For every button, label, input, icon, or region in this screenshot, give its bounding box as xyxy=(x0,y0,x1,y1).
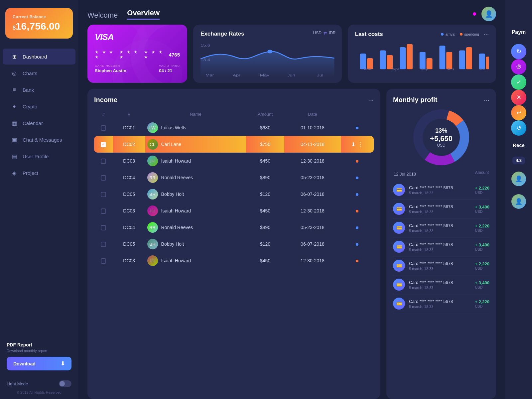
row-date: 12-30-2018 xyxy=(284,153,340,169)
profit-date-label: 12 Jul 2018 xyxy=(394,172,416,177)
svg-rect-22 xyxy=(466,47,472,69)
row-id: DC04 xyxy=(113,169,145,186)
right-btn-green[interactable]: ✓ xyxy=(511,74,526,90)
sidebar-item-profile[interactable]: ▤ User Profile xyxy=(3,148,75,164)
card-holder-info: CARD HOLDER Stephen Austin xyxy=(95,64,126,73)
table-row[interactable]: DC03 IH Isaiah Howard $450 12-30-2018 xyxy=(94,153,374,169)
tab-overview[interactable]: Overview xyxy=(127,9,160,20)
row-checkbox[interactable] xyxy=(101,142,106,147)
last-costs-menu[interactable]: ··· xyxy=(484,31,489,38)
sidebar-item-project[interactable]: ◈ Project xyxy=(3,165,75,181)
row-status xyxy=(341,236,374,252)
table-row[interactable]: DC04 RR Ronald Reeves $890 05-23-2018 xyxy=(94,219,374,236)
row-amount: $890 xyxy=(246,169,284,186)
sidebar-item-charts[interactable]: ◎ Charts xyxy=(3,65,75,81)
user-avatar[interactable]: 👤 xyxy=(481,7,496,21)
notification-dot[interactable] xyxy=(473,12,476,16)
status-dot xyxy=(356,210,358,212)
profit-menu-icon[interactable]: ··· xyxy=(484,96,489,104)
download-row-icon[interactable]: ⬇ xyxy=(351,141,355,148)
sidebar-item-calendar[interactable]: ▦ Calendar xyxy=(3,115,75,131)
header: Welcome Overview 👤 xyxy=(78,0,505,25)
row-status: ⬇ ⋮ xyxy=(341,136,374,153)
sidebar-footer: PDF Report Download monthly report Downl… xyxy=(0,335,78,376)
sidebar-item-chat[interactable]: ▣ Chat & Messages xyxy=(3,132,75,148)
trans-date: 5 march, 18:33 xyxy=(409,305,475,309)
trans-card-icon: 💳 xyxy=(393,241,405,253)
table-row[interactable]: DC03 IH Isaiah Howard $450 12-30-2018 xyxy=(94,252,374,269)
transaction-item: 💳 Card **** **** **** 5678 5 march, 18:3… xyxy=(393,200,489,218)
col-check-cell xyxy=(94,236,113,252)
table-row[interactable]: DC01 LW Lucas Wells $680 01-10-2018 xyxy=(94,119,374,136)
row-checkbox[interactable] xyxy=(101,125,106,131)
table-row[interactable]: DC05 BH Bobby Holt $120 06-07-2018 xyxy=(94,236,374,252)
legend-spending: spending xyxy=(460,32,479,36)
row-checkbox[interactable] xyxy=(101,242,106,247)
svg-text:Mar: Mar xyxy=(205,73,214,77)
status-dot xyxy=(356,127,358,129)
holder-label: CARD HOLDER xyxy=(95,64,126,67)
row-checkbox[interactable] xyxy=(101,159,106,164)
balance-card[interactable]: Current Balance $16,756.00 xyxy=(5,8,73,39)
right-btn-red[interactable]: ✕ xyxy=(511,90,526,105)
svg-rect-20 xyxy=(446,52,452,69)
sidebar-item-crypto[interactable]: ● Crypto xyxy=(3,98,75,114)
table-row[interactable]: DC02 CL Carl Lane $750 04-11-2018 ⬇ ⋮ xyxy=(94,136,374,153)
table-row[interactable]: DC03 IH Isaiah Howard $450 12-30-2018 xyxy=(94,202,374,219)
download-button[interactable]: Download ⬇ xyxy=(7,357,71,370)
trans-card-icon: 💳 xyxy=(393,279,405,291)
header-right: 👤 xyxy=(473,7,496,21)
copyright: © 2019 All Rights Reserved xyxy=(0,390,78,399)
right-btn-blue[interactable]: ↻ xyxy=(511,44,526,59)
nav-label-project: Project xyxy=(23,170,38,176)
trans-amount: + 2,220 xyxy=(475,223,489,228)
bottom-row: Income ··· # # Name Amount Date DC01 xyxy=(78,89,505,399)
svg-rect-11 xyxy=(360,54,366,69)
sidebar-item-dashboard[interactable]: ⊞ Dashboard xyxy=(3,49,75,65)
legend-arrival: arrival xyxy=(441,32,455,36)
row-amount: $750 xyxy=(246,136,284,153)
svg-text:Jun: Jun xyxy=(447,68,454,71)
nav-label-calendar: Calendar xyxy=(23,120,43,126)
row-checkbox[interactable] xyxy=(101,175,106,181)
currency-to: IDR xyxy=(329,31,336,35)
light-mode-toggle[interactable] xyxy=(59,380,71,387)
status-dot xyxy=(356,177,358,179)
svg-text:Jun: Jun xyxy=(287,73,295,77)
row-checkbox[interactable] xyxy=(101,208,106,214)
nav-icon-charts: ◎ xyxy=(11,69,18,77)
svg-text:13.4: 13.4 xyxy=(200,58,210,62)
nav-label-profile: User Profile xyxy=(23,154,49,159)
visa-logo: VISA xyxy=(95,32,180,42)
legend-spending-dot xyxy=(460,33,463,36)
row-checkbox[interactable] xyxy=(101,258,106,264)
trans-date: 5 march, 18:33 xyxy=(409,191,475,195)
row-checkbox[interactable] xyxy=(101,192,106,197)
row-name: Isaiah Howard xyxy=(161,158,191,164)
trans-card-icon: 💳 xyxy=(393,260,405,272)
status-dot xyxy=(356,193,358,196)
trans-card-icon: 💳 xyxy=(393,222,405,234)
row-amount: $120 xyxy=(246,236,284,252)
right-btn-purple[interactable]: ℗ xyxy=(511,59,526,74)
row-id: DC05 xyxy=(113,186,145,202)
trans-amount-cell: + 3,400 USD xyxy=(475,280,489,289)
more-row-icon[interactable]: ⋮ xyxy=(358,141,363,148)
income-menu-icon[interactable]: ··· xyxy=(368,96,374,104)
trans-card-number: Card **** **** **** 5678 xyxy=(409,223,475,228)
expiry-label: VALID THRU xyxy=(159,64,180,67)
row-checkbox[interactable] xyxy=(101,225,106,230)
col-check-cell xyxy=(94,252,113,269)
table-row[interactable]: DC05 BH Bobby Holt $120 06-07-2018 xyxy=(94,186,374,202)
trans-date: 5 march, 18:33 xyxy=(409,248,475,252)
table-row[interactable]: DC04 RR Ronald Reeves $890 05-23-2018 xyxy=(94,169,374,186)
trans-info: Card **** **** **** 5678 5 march, 18:33 xyxy=(409,280,475,290)
trans-card-icon: 💳 xyxy=(393,184,405,196)
tab-welcome[interactable]: Welcome xyxy=(87,11,118,20)
right-btn-teal[interactable]: ↺ xyxy=(511,120,526,136)
sidebar-item-bank[interactable]: ≡ Bank xyxy=(3,82,75,98)
right-btn-orange[interactable]: ↩ xyxy=(511,105,526,120)
row-avatar: IH xyxy=(147,156,158,166)
svg-rect-16 xyxy=(407,44,413,69)
col-id: # xyxy=(113,109,145,119)
